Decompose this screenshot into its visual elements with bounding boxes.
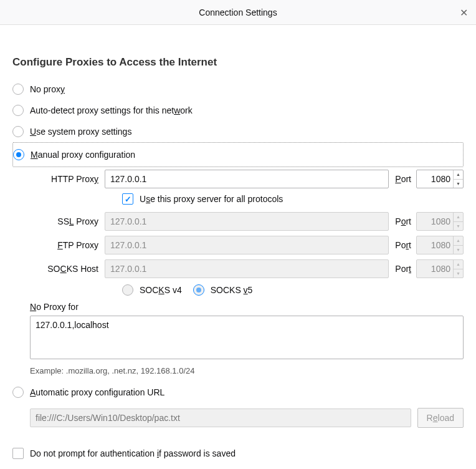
no-proxy-block: No Proxy for Example: .mozilla.org, .net… — [30, 302, 464, 375]
socks-version-row: SOCKS v4 SOCKS v5 — [30, 284, 464, 296]
radio-socks-v4[interactable]: SOCKS v4 — [122, 284, 182, 296]
content: Configure Proxies to Access the Internet… — [0, 25, 476, 469]
http-port-label: Port — [389, 174, 416, 184]
no-proxy-example: Example: .mozilla.org, .net.nz, 192.168.… — [30, 366, 464, 375]
radio-socks-v5[interactable]: SOCKS v5 — [193, 284, 253, 296]
spinner-down-icon: ▼ — [454, 269, 463, 278]
footer-checks: Do not prompt for authentication if pass… — [12, 443, 464, 469]
manual-config-block: Manual proxy configuration — [12, 142, 464, 167]
ftp-proxy-input — [105, 236, 389, 254]
ssl-proxy-row: SSL Proxy Port ▲ ▼ — [30, 210, 464, 233]
radio-icon — [193, 284, 204, 296]
no-proxy-textarea[interactable] — [30, 316, 464, 359]
radio-icon — [122, 284, 133, 296]
radio-label: Auto-detect proxy settings for this netw… — [30, 105, 193, 115]
radio-icon — [12, 84, 24, 95]
socks-port-wrap: ▲ ▼ — [416, 259, 464, 278]
section-heading: Configure Proxies to Access the Internet — [12, 56, 464, 69]
radio-pac[interactable]: Automatic proxy configuration URL — [12, 382, 464, 403]
ssl-port-wrap: ▲ ▼ — [416, 212, 464, 231]
pac-url-input — [30, 409, 411, 427]
radio-no-proxy[interactable]: No proxy — [12, 79, 464, 100]
ftp-proxy-label: FTP Proxy — [30, 240, 105, 250]
socks-port-spinner: ▲ ▼ — [453, 260, 463, 278]
radio-label: No proxy — [30, 84, 65, 94]
check-no-prompt[interactable]: Do not prompt for authentication if pass… — [12, 443, 464, 464]
ssl-port-spinner: ▲ ▼ — [453, 213, 463, 230]
close-button[interactable]: ✕ — [457, 6, 470, 19]
checkbox-icon[interactable] — [12, 448, 24, 459]
radio-icon — [13, 149, 24, 160]
ftp-port-label: Port — [389, 240, 416, 250]
radio-label: Automatic proxy configuration URL — [30, 387, 164, 397]
use-for-all-label: Use this proxy server for all protocols — [140, 194, 283, 204]
http-proxy-input[interactable] — [105, 170, 389, 188]
http-port-spinner: ▲ ▼ — [453, 170, 463, 188]
ssl-port-label: Port — [389, 216, 416, 226]
socks-port-label: Port — [389, 264, 416, 274]
proxy-fields: HTTP Proxy Port ▲ ▼ Use this proxy serve… — [30, 167, 464, 296]
no-proxy-label: No Proxy for — [30, 302, 464, 312]
checkbox-use-for-all[interactable] — [122, 193, 133, 205]
use-for-all-row[interactable]: Use this proxy server for all protocols — [30, 193, 464, 205]
ftp-port-wrap: ▲ ▼ — [416, 236, 464, 254]
radio-label: SOCKS v5 — [211, 285, 253, 295]
radio-manual[interactable]: Manual proxy configuration — [13, 144, 462, 165]
spinner-down-icon: ▼ — [454, 246, 463, 254]
http-port-wrap: ▲ ▼ — [416, 170, 464, 188]
radio-icon — [12, 126, 24, 137]
socks-host-row: SOCKS Host Port ▲ ▼ — [30, 257, 464, 281]
spinner-up-icon: ▲ — [454, 260, 463, 269]
reload-button[interactable]: Reload — [417, 408, 464, 428]
radio-icon — [12, 105, 24, 116]
http-proxy-row: HTTP Proxy Port ▲ ▼ — [30, 167, 464, 191]
ssl-proxy-input — [105, 212, 389, 231]
radio-auto-detect[interactable]: Auto-detect proxy settings for this netw… — [12, 100, 464, 121]
ssl-proxy-label: SSL Proxy — [30, 216, 105, 226]
spinner-down-icon: ▼ — [454, 222, 463, 231]
spinner-up-icon[interactable]: ▲ — [454, 170, 463, 180]
spinner-up-icon: ▲ — [454, 236, 463, 246]
http-proxy-label: HTTP Proxy — [30, 174, 105, 184]
socks-host-label: SOCKS Host — [30, 264, 105, 274]
titlebar: Connection Settings ✕ — [0, 0, 476, 25]
radio-icon — [12, 387, 24, 398]
check-proxy-dns[interactable]: Proxy DNS when using SOCKS v5 — [12, 464, 464, 469]
ftp-port-spinner: ▲ ▼ — [453, 236, 463, 254]
radio-label: Manual proxy configuration — [31, 150, 135, 160]
pac-row: Reload — [30, 408, 464, 428]
radio-use-system[interactable]: Use system proxy settings — [12, 121, 464, 142]
ftp-proxy-row: FTP Proxy Port ▲ ▼ — [30, 233, 464, 257]
close-icon: ✕ — [460, 7, 468, 19]
spinner-down-icon[interactable]: ▼ — [454, 180, 463, 188]
spinner-up-icon: ▲ — [454, 213, 463, 222]
socks-host-input — [105, 259, 389, 278]
radio-label: Use system proxy settings — [30, 127, 131, 137]
radio-label: SOCKS v4 — [140, 285, 182, 295]
dialog-title: Connection Settings — [199, 7, 277, 17]
check-label: Do not prompt for authentication if pass… — [30, 448, 236, 458]
